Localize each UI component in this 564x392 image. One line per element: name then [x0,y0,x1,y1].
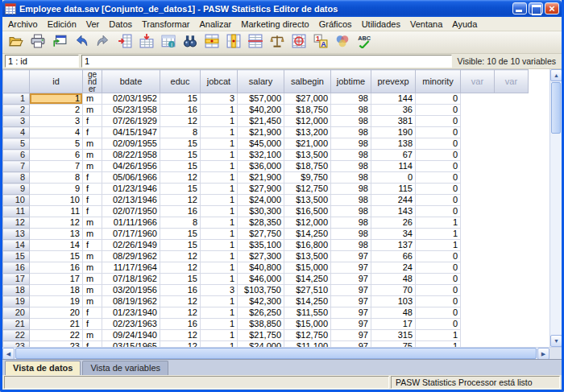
cell[interactable]: 98 [331,217,371,229]
cell[interactable]: 14 [30,240,83,251]
cell[interactable]: $42,300 [238,296,284,307]
cell[interactable] [495,184,529,195]
cell[interactable]: 26 [371,217,416,229]
cell[interactable] [495,319,529,330]
cell[interactable]: f [83,319,102,330]
cell[interactable]: f [83,184,102,195]
cell[interactable]: 115 [371,184,416,195]
cell[interactable]: 98 [331,172,371,184]
cell[interactable]: $28,350 [238,217,284,229]
cell[interactable]: $36,000 [238,161,284,172]
cell[interactable]: 15 [160,150,201,161]
cell[interactable]: $11,100 [284,341,331,348]
cell[interactable]: 16 [160,206,201,217]
cell[interactable]: 8 [160,217,201,229]
row-header[interactable]: 8 [3,172,30,184]
cell[interactable]: 1 [201,330,238,341]
goto-variable-button[interactable] [136,33,156,52]
cell[interactable]: 97 [331,330,371,341]
row-header[interactable]: 1 [3,93,30,105]
cell[interactable] [495,285,529,296]
cell[interactable]: 15 [160,184,201,195]
column-header-jobcat-4[interactable]: jobcat [201,70,238,93]
cell[interactable] [495,251,529,262]
cell[interactable] [461,229,495,240]
cell[interactable]: 98 [331,127,371,138]
cell[interactable]: 67 [371,150,416,161]
menu-item-archivo[interactable]: Archivo [3,18,43,31]
cell[interactable]: 97 [331,296,371,307]
cell[interactable]: $14,250 [284,274,331,285]
cell[interactable]: 01/23/1940 [102,307,160,319]
menu-item-graficos[interactable]: Gráficos [314,18,357,31]
cell[interactable] [495,217,529,229]
cell[interactable] [495,105,529,116]
cell[interactable]: $30,300 [238,206,284,217]
cell[interactable]: 1 [416,229,461,240]
cell[interactable]: $12,750 [284,184,331,195]
cell[interactable]: 0 [416,105,461,116]
cell[interactable]: 97 [331,341,371,348]
cell[interactable]: $24,000 [238,341,284,348]
row-header[interactable]: 14 [3,240,30,251]
select-cases-button[interactable] [288,33,309,52]
cell[interactable]: m [83,296,102,307]
cell[interactable]: 144 [371,93,416,105]
row-header[interactable]: 23 [3,341,30,348]
cell[interactable]: 1 [201,229,238,240]
cell[interactable]: 1 [201,206,238,217]
cell[interactable]: 3 [201,93,238,105]
cell[interactable] [461,240,495,251]
cell[interactable] [495,262,529,274]
cell[interactable]: 0 [416,251,461,262]
cell[interactable]: 70 [371,285,416,296]
cell[interactable]: 97 [331,285,371,296]
title-bar[interactable]: Employee data.sav [Conjunto_de_datos1] -… [2,0,562,17]
cell[interactable]: 09/24/1940 [102,330,160,341]
cell[interactable]: 2 [30,105,83,116]
cell[interactable] [461,184,495,195]
cell[interactable]: $21,900 [238,172,284,184]
row-header[interactable]: 20 [3,307,30,319]
cell[interactable]: 1 [416,240,461,251]
cell[interactable] [461,217,495,229]
row-header[interactable]: 17 [3,274,30,285]
tab-data-view[interactable]: Vista de datos [5,361,81,375]
menu-item-datos[interactable]: Datos [104,18,137,31]
cell[interactable]: 11/17/1964 [102,262,160,274]
cell[interactable]: 98 [331,150,371,161]
cell[interactable]: $21,450 [238,116,284,127]
cell[interactable]: 1 [201,138,238,150]
cell[interactable]: 12 [160,296,201,307]
cell[interactable]: 12 [160,172,201,184]
cell[interactable]: 98 [331,161,371,172]
cell[interactable] [495,240,529,251]
cell-reference[interactable]: 1 : id [5,55,79,68]
cell[interactable]: 3 [201,285,238,296]
cell[interactable]: 07/26/1929 [102,116,160,127]
cell[interactable]: m [83,150,102,161]
column-header-gender-1[interactable]: gender [83,70,102,93]
cell[interactable]: 138 [371,138,416,150]
cell[interactable] [495,274,529,285]
value-labels-button[interactable]: 1A [310,33,330,52]
cell[interactable]: $18,750 [284,105,331,116]
cell[interactable]: 98 [331,138,371,150]
close-button[interactable] [545,2,559,14]
row-header[interactable]: 6 [3,150,30,161]
cell[interactable]: 16 [160,105,201,116]
column-header-bdate-2[interactable]: bdate [102,70,160,93]
horizontal-scrollbar-thumb[interactable] [15,348,537,359]
weight-cases-button[interactable] [267,33,287,52]
column-header-id-0[interactable]: id [30,70,83,93]
cell[interactable]: 1 [201,274,238,285]
cell[interactable]: 15 [160,93,201,105]
cell[interactable]: m [83,105,102,116]
row-header[interactable]: 7 [3,161,30,172]
row-header[interactable]: 16 [3,262,30,274]
cell[interactable]: 02/09/1955 [102,138,160,150]
cell[interactable] [461,296,495,307]
variables-button[interactable]: i [158,33,178,52]
cell[interactable]: 01/23/1946 [102,184,160,195]
cell[interactable]: 1 [201,296,238,307]
